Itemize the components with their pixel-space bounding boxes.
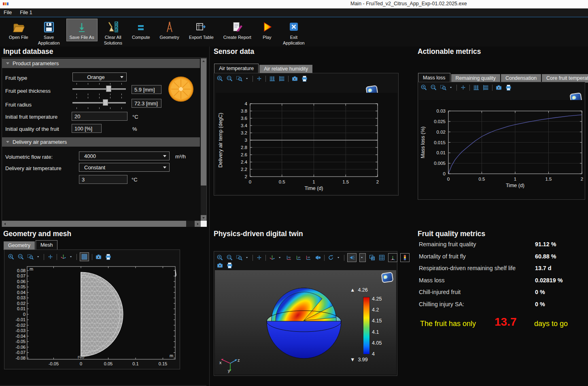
toolbar-geometry-button[interactable]: Geometry <box>157 19 183 41</box>
fruit-radius-value[interactable]: 72.3 [mm] <box>132 99 161 108</box>
print-icon[interactable] <box>105 254 112 260</box>
caret-icon[interactable] <box>70 254 74 260</box>
view-xy-icon[interactable]: xy <box>285 254 292 261</box>
zoom-out-icon[interactable] <box>430 84 437 91</box>
orientation-icon[interactable] <box>60 254 67 260</box>
caret-icon[interactable] <box>37 254 41 260</box>
toolbar-save-application-button[interactable]: Save Application <box>35 19 63 47</box>
input-vertical-scrollbar[interactable] <box>201 58 206 221</box>
fit-icon[interactable] <box>256 75 263 82</box>
orientation-icon[interactable] <box>269 254 276 261</box>
view-yz-icon[interactable]: yz <box>295 254 302 261</box>
zoom-in-icon[interactable] <box>8 254 15 260</box>
zoom-out-icon[interactable] <box>17 254 24 260</box>
screenshot-icon[interactable] <box>291 75 298 82</box>
print-icon[interactable] <box>505 84 512 91</box>
rotate-icon[interactable] <box>327 254 334 261</box>
peel-thickness-value[interactable]: 5.9 [mm] <box>132 85 161 94</box>
y-log-scale-icon[interactable] <box>482 84 489 91</box>
svg-text:0.06: 0.06 <box>17 279 25 284</box>
screenshot-icon[interactable] <box>95 254 102 260</box>
print-icon[interactable] <box>301 75 308 82</box>
zoom-out-icon[interactable] <box>226 254 233 261</box>
air-temperature-chart[interactable]: 22.22.42.62.833.23.43.63.8400.511.52Time… <box>216 93 397 194</box>
tab-air-temperature[interactable]: Air temperature <box>214 64 259 73</box>
view-xz-icon[interactable]: xz <box>305 254 312 261</box>
fit-icon[interactable] <box>256 254 263 261</box>
tab-mass-loss[interactable]: Mass loss <box>418 73 450 83</box>
caret-icon[interactable] <box>278 254 282 261</box>
twin-3d-view[interactable]: ▲4.26 4.254.24.154.14.054 ▼3.99 x y z <box>215 270 396 375</box>
colorbar-toggle-icon[interactable] <box>400 253 410 262</box>
toolbar-export-table-button[interactable]: Export Table <box>186 19 217 41</box>
air-temp-dropdown[interactable]: Constant <box>79 163 170 172</box>
zoom-out-icon[interactable] <box>226 75 233 82</box>
zoom-box-icon[interactable] <box>27 254 34 260</box>
x-log-scale-icon[interactable] <box>473 84 480 91</box>
fruit-radius-label: Fruit radius <box>5 102 32 108</box>
toolbar-compute-button[interactable]: Compute <box>129 19 153 41</box>
caret-icon[interactable] <box>359 253 366 262</box>
tab-air-relative-humidity[interactable]: Air relative humidity <box>259 65 312 73</box>
tab-core-fruit-temperature[interactable]: Core fruit temperature <box>542 74 588 83</box>
tab-geometry[interactable]: Geometry <box>4 241 35 250</box>
zoom-box-icon[interactable] <box>236 75 243 82</box>
scroll-left-button[interactable] <box>2 221 8 227</box>
init-quality-input[interactable]: 100 [%] <box>72 124 102 133</box>
toolbar-play-button[interactable]: Play <box>258 19 276 41</box>
tab-remaining-quality[interactable]: Remaining quality <box>451 74 500 83</box>
tab-mesh[interactable]: Mesh <box>36 240 58 250</box>
toolbar-clear-all-solutions-button[interactable]: Clear All Solutions <box>101 19 125 47</box>
fit-icon[interactable] <box>460 84 467 91</box>
fruit-type-dropdown[interactable]: Orange <box>72 73 127 81</box>
light-icon[interactable] <box>347 253 357 262</box>
scroll-thumb[interactable] <box>8 221 186 227</box>
scroll-up-button[interactable] <box>201 58 206 64</box>
perspective-icon[interactable] <box>314 254 321 261</box>
axes-indicator-icon[interactable] <box>388 253 397 262</box>
transparency-icon[interactable] <box>369 254 376 261</box>
toolbar-create-report-button[interactable]: Create Report <box>220 19 255 41</box>
screenshot-icon[interactable] <box>495 84 502 91</box>
flow-rate-dropdown[interactable]: 4000 <box>79 151 170 160</box>
mesh-toggle-icon[interactable] <box>80 252 89 261</box>
const-temp-input[interactable]: 3 <box>79 175 127 184</box>
init-temp-input[interactable]: 20 <box>72 112 127 121</box>
caret-icon[interactable] <box>246 75 250 82</box>
mesh-plot[interactable]: 0.080.070.060.050.040.030.020.010-0.01-0… <box>5 264 179 368</box>
zoom-in-icon[interactable] <box>420 84 427 91</box>
toolbar-save-file-as-button[interactable]: Save File As <box>66 19 98 41</box>
svg-text:1.5: 1.5 <box>546 177 552 181</box>
fruit-radius-slider[interactable] <box>72 99 126 106</box>
tab-condensation[interactable]: Condensation <box>501 74 541 83</box>
caret-icon[interactable] <box>450 84 454 91</box>
zoom-box-icon[interactable] <box>236 254 243 261</box>
screenshot-icon[interactable] <box>217 262 223 269</box>
toolbar-open-file-button[interactable]: Open File <box>6 19 32 41</box>
caret-icon[interactable] <box>246 254 250 261</box>
section-delivery-air-parameters[interactable]: Delivery air parameters <box>2 137 200 147</box>
x-log-scale-icon[interactable] <box>269 75 276 82</box>
svg-text:0.1: 0.1 <box>132 361 138 366</box>
scroll-down-button[interactable] <box>201 215 206 221</box>
zoom-box-icon[interactable] <box>440 84 447 91</box>
scroll-thumb[interactable] <box>201 64 206 186</box>
fit-icon[interactable] <box>47 254 54 260</box>
toolbar-exit-application-button[interactable]: Exit Application <box>280 19 308 47</box>
zoom-in-icon[interactable] <box>217 254 223 261</box>
svg-text:-0.05: -0.05 <box>15 339 25 344</box>
scene-grid-icon[interactable] <box>378 254 385 261</box>
y-log-scale-icon[interactable] <box>278 75 285 82</box>
mass-loss-chart[interactable]: 00.0050.010.0150.020.0250.0300.511.52Tim… <box>419 100 585 199</box>
zoom-in-icon[interactable] <box>217 75 223 82</box>
input-horizontal-scrollbar[interactable] <box>2 221 201 227</box>
toolbar-button-label: Export Table <box>189 34 214 40</box>
caret-icon[interactable] <box>337 254 341 261</box>
svg-text:Time (d): Time (d) <box>304 186 323 191</box>
section-product-parameters[interactable]: Product parameters <box>2 59 200 68</box>
menu-item-file[interactable]: File <box>4 10 12 15</box>
print-icon[interactable] <box>226 262 233 269</box>
peel-thickness-slider[interactable] <box>72 85 126 92</box>
scroll-right-button[interactable] <box>195 221 201 227</box>
menu-item-file-1[interactable]: File 1 <box>20 10 32 15</box>
